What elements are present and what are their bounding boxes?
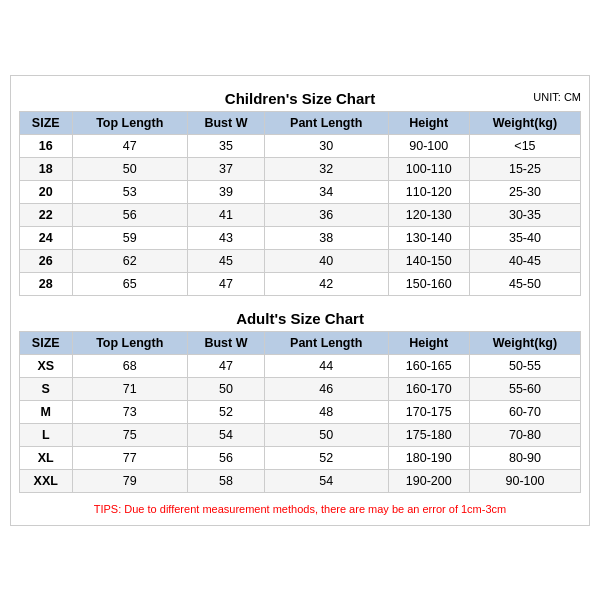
children-data-row: 1647353090-100<15	[20, 134, 581, 157]
adults-cell: 58	[187, 469, 264, 492]
adults-cell: 70-80	[469, 423, 580, 446]
children-cell: 50	[72, 157, 187, 180]
children-cell: 30-35	[469, 203, 580, 226]
children-cell: 32	[264, 157, 388, 180]
adults-col-header: Bust W	[187, 331, 264, 354]
children-header-row: SIZETop LengthBust WPant LengthHeightWei…	[20, 111, 581, 134]
children-cell: 90-100	[388, 134, 469, 157]
adults-data-row: S715046160-17055-60	[20, 377, 581, 400]
adults-data-row: XS684744160-16550-55	[20, 354, 581, 377]
adults-cell: XL	[20, 446, 73, 469]
adults-cell: 160-165	[388, 354, 469, 377]
children-cell: 45	[187, 249, 264, 272]
adults-cell: 50-55	[469, 354, 580, 377]
children-cell: 59	[72, 226, 187, 249]
children-cell: 140-150	[388, 249, 469, 272]
adults-col-header: Height	[388, 331, 469, 354]
children-cell: 30	[264, 134, 388, 157]
adults-data-row: XXL795854190-20090-100	[20, 469, 581, 492]
children-col-header: Pant Length	[264, 111, 388, 134]
adults-col-header: SIZE	[20, 331, 73, 354]
children-cell: 41	[187, 203, 264, 226]
children-cell: 15-25	[469, 157, 580, 180]
children-cell: 26	[20, 249, 73, 272]
adults-cell: 73	[72, 400, 187, 423]
children-cell: 150-160	[388, 272, 469, 295]
children-cell: 62	[72, 249, 187, 272]
adults-cell: 170-175	[388, 400, 469, 423]
adults-data-row: M735248170-17560-70	[20, 400, 581, 423]
children-col-header: Height	[388, 111, 469, 134]
adults-title: Adult's Size Chart	[19, 302, 581, 331]
children-cell: 42	[264, 272, 388, 295]
children-cell: 35	[187, 134, 264, 157]
adults-col-header: Pant Length	[264, 331, 388, 354]
adults-cell: 77	[72, 446, 187, 469]
adults-cell: M	[20, 400, 73, 423]
adults-cell: 50	[264, 423, 388, 446]
size-chart-container: Children's Size Chart UNIT: CM SIZETop L…	[10, 75, 590, 526]
unit-label: UNIT: CM	[533, 91, 581, 103]
adults-title-text: Adult's Size Chart	[236, 310, 364, 327]
adults-cell: 180-190	[388, 446, 469, 469]
children-cell: 35-40	[469, 226, 580, 249]
adults-cell: 54	[187, 423, 264, 446]
adults-cell: 75	[72, 423, 187, 446]
adults-header-row: SIZETop LengthBust WPant LengthHeightWei…	[20, 331, 581, 354]
children-cell: 28	[20, 272, 73, 295]
children-cell: 40	[264, 249, 388, 272]
adults-cell: 68	[72, 354, 187, 377]
children-data-row: 28654742150-16045-50	[20, 272, 581, 295]
children-data-row: 18503732100-11015-25	[20, 157, 581, 180]
children-cell: 24	[20, 226, 73, 249]
adults-cell: 90-100	[469, 469, 580, 492]
children-cell: 39	[187, 180, 264, 203]
adults-data-row: L755450175-18070-80	[20, 423, 581, 446]
adults-data-row: XL775652180-19080-90	[20, 446, 581, 469]
children-cell: 25-30	[469, 180, 580, 203]
children-cell: 65	[72, 272, 187, 295]
adults-cell: 55-60	[469, 377, 580, 400]
adults-col-header: Top Length	[72, 331, 187, 354]
children-cell: 53	[72, 180, 187, 203]
children-cell: 110-120	[388, 180, 469, 203]
adults-cell: 79	[72, 469, 187, 492]
children-title: Children's Size Chart UNIT: CM	[19, 84, 581, 111]
children-cell: 36	[264, 203, 388, 226]
tips-text: TIPS: Due to different measurement metho…	[19, 499, 581, 517]
adults-cell: S	[20, 377, 73, 400]
adults-cell: 54	[264, 469, 388, 492]
children-cell: 37	[187, 157, 264, 180]
children-table: SIZETop LengthBust WPant LengthHeightWei…	[19, 111, 581, 296]
adults-cell: 52	[187, 400, 264, 423]
adults-cell: 190-200	[388, 469, 469, 492]
children-cell: 45-50	[469, 272, 580, 295]
adults-cell: 48	[264, 400, 388, 423]
adults-cell: 52	[264, 446, 388, 469]
adults-cell: 160-170	[388, 377, 469, 400]
children-cell: 18	[20, 157, 73, 180]
children-cell: 34	[264, 180, 388, 203]
children-col-header: SIZE	[20, 111, 73, 134]
children-cell: 22	[20, 203, 73, 226]
adults-table: SIZETop LengthBust WPant LengthHeightWei…	[19, 331, 581, 493]
children-cell: 100-110	[388, 157, 469, 180]
children-cell: 43	[187, 226, 264, 249]
children-cell: 16	[20, 134, 73, 157]
adults-cell: 56	[187, 446, 264, 469]
adults-cell: XS	[20, 354, 73, 377]
children-data-row: 26624540140-15040-45	[20, 249, 581, 272]
children-title-text: Children's Size Chart	[225, 90, 375, 107]
adults-cell: XXL	[20, 469, 73, 492]
children-data-row: 22564136120-13030-35	[20, 203, 581, 226]
children-col-header: Top Length	[72, 111, 187, 134]
children-cell: 56	[72, 203, 187, 226]
children-cell: 47	[72, 134, 187, 157]
children-cell: 120-130	[388, 203, 469, 226]
adults-cell: 50	[187, 377, 264, 400]
adults-cell: 47	[187, 354, 264, 377]
children-cell: <15	[469, 134, 580, 157]
children-cell: 20	[20, 180, 73, 203]
children-cell: 47	[187, 272, 264, 295]
adults-cell: 60-70	[469, 400, 580, 423]
